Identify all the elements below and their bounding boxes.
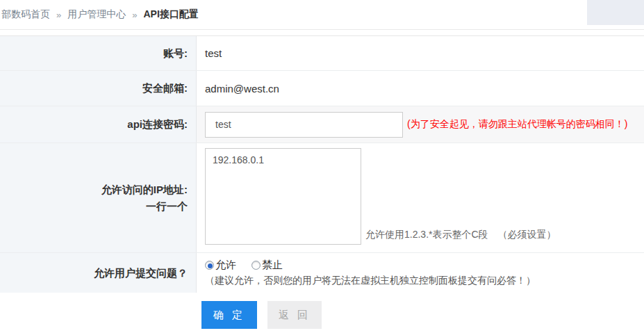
- allow-questions-label-text: 允许用户提交问题？: [94, 265, 188, 282]
- allowed-ips-cell: 192.168.0.1 允许使用1.2.3.*表示整个C段 （必须设置）: [197, 143, 644, 252]
- email-label: 安全邮箱:: [0, 71, 197, 106]
- allowed-ips-label-line1: 允许访问的IP地址:: [101, 181, 188, 198]
- allow-questions-radio-group: 允许 禁止: [205, 259, 298, 272]
- api-password-label: api连接密码:: [0, 106, 197, 143]
- api-password-cell: (为了安全起见，请勿跟主站代理帐号的密码相同！): [197, 106, 644, 143]
- account-label: 账号:: [0, 36, 197, 70]
- breadcrumb-divider: [0, 29, 644, 30]
- email-value: admin@west.cn: [205, 83, 279, 95]
- allow-questions-row: 允许用户提交问题？ 允许 禁止 （建议允许，否则您的用户将无法在虚拟主机独立控制…: [0, 253, 644, 293]
- back-button[interactable]: 返 回: [267, 301, 322, 329]
- breadcrumb-user-center-link[interactable]: 用户管理中心: [67, 8, 126, 21]
- allowed-ips-label: 允许访问的IP地址: 一行一个: [0, 143, 197, 252]
- account-label-text: 账号:: [163, 45, 188, 62]
- footer-actions: 确 定 返 回: [0, 293, 644, 333]
- breadcrumb-current-page: API接口配置: [143, 8, 198, 21]
- api-password-warning: (为了安全起见，请勿跟主站代理帐号的密码相同！): [407, 118, 627, 131]
- allow-questions-cell: 允许 禁止 （建议允许，否则您的用户将无法在虚拟主机独立控制面板提交有问必答！）: [197, 253, 644, 293]
- breadcrumb-home-link[interactable]: 部数码首页: [1, 8, 50, 21]
- allow-questions-hint: （建议允许，否则您的用户将无法在虚拟主机独立控制面板提交有问必答！）: [205, 275, 536, 287]
- email-label-text: 安全邮箱:: [142, 80, 188, 97]
- breadcrumb: 部数码首页 » 用户管理中心 » API接口配置: [0, 0, 587, 29]
- allowed-ips-textarea[interactable]: 192.168.0.1: [205, 148, 361, 245]
- email-value-cell: admin@west.cn: [197, 71, 644, 106]
- radio-unselected-icon[interactable]: [251, 261, 261, 270]
- outer-page-corner: [587, 0, 644, 25]
- radio-allow-label: 允许: [215, 259, 236, 272]
- breadcrumb-separator-icon: »: [132, 10, 137, 20]
- account-row: 账号: test: [0, 36, 644, 71]
- api-config-page: 部数码首页 » 用户管理中心 » API接口配置 账号: test 安全邮箱: …: [0, 0, 644, 333]
- api-config-form: 账号: test 安全邮箱: admin@west.cn api连接密码: (为…: [0, 35, 644, 293]
- radio-option-allow[interactable]: 允许: [205, 259, 236, 272]
- allow-questions-label: 允许用户提交问题？: [0, 253, 197, 293]
- email-row: 安全邮箱: admin@west.cn: [0, 71, 644, 106]
- breadcrumb-separator-icon: »: [56, 10, 61, 20]
- radio-option-forbid[interactable]: 禁止: [251, 259, 283, 272]
- allowed-ips-hint: 允许使用1.2.3.*表示整个C段 （必须设置）: [365, 229, 556, 241]
- radio-forbid-label: 禁止: [262, 259, 283, 272]
- allowed-ips-label-line2: 一行一个: [146, 198, 188, 215]
- api-password-row: api连接密码: (为了安全起见，请勿跟主站代理帐号的密码相同！): [0, 106, 644, 143]
- api-password-label-text: api连接密码:: [127, 116, 188, 133]
- api-password-input[interactable]: [205, 112, 403, 138]
- account-value-cell: test: [197, 36, 644, 70]
- account-value: test: [205, 47, 222, 59]
- confirm-button[interactable]: 确 定: [201, 301, 257, 329]
- allowed-ips-row: 允许访问的IP地址: 一行一个 192.168.0.1 允许使用1.2.3.*表…: [0, 143, 644, 253]
- radio-selected-icon[interactable]: [205, 261, 214, 270]
